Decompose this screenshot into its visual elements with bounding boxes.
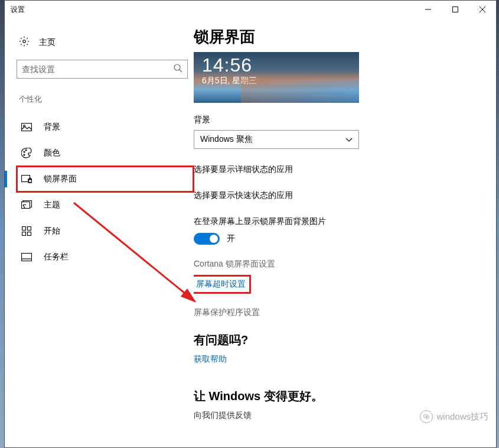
cortana-settings-link[interactable]: Cortana 锁屏界面设置	[194, 259, 496, 270]
lockscreen-icon	[21, 175, 32, 183]
svg-point-11	[24, 154, 25, 155]
preview-time: 14:56	[202, 56, 351, 74]
screensaver-settings-link[interactable]: 屏幕保护程序设置	[194, 307, 496, 318]
maximize-button[interactable]	[442, 1, 469, 18]
watermark: windows技巧	[420, 410, 488, 423]
search-input[interactable]	[22, 64, 173, 74]
palette-icon	[21, 148, 32, 158]
home-button[interactable]: 主页	[17, 30, 194, 60]
sidebar-item-taskbar[interactable]: 任务栏	[17, 244, 194, 270]
sidebar-item-background[interactable]: 背景	[17, 114, 194, 140]
svg-point-10	[25, 150, 27, 151]
window-title: 设置	[11, 5, 25, 15]
watermark-text: windows技巧	[436, 411, 488, 423]
get-help-link[interactable]: 获取帮助	[194, 354, 496, 365]
svg-line-6	[180, 70, 182, 72]
sidebar-item-label: 背景	[44, 122, 60, 132]
page-title: 锁屏界面	[194, 27, 496, 47]
sidebar-item-label: 主题	[44, 200, 60, 210]
svg-rect-17	[28, 227, 31, 231]
svg-rect-7	[22, 124, 32, 131]
sidebar-item-start[interactable]: 开始	[17, 218, 194, 244]
background-label: 背景	[194, 115, 496, 125]
picture-icon	[21, 123, 32, 131]
svg-rect-1	[453, 7, 458, 12]
svg-rect-18	[22, 232, 26, 236]
start-icon	[21, 226, 32, 236]
login-bg-label: 在登录屏幕上显示锁屏界面背景图片	[194, 216, 496, 227]
sidebar-item-themes[interactable]: 主题	[17, 192, 194, 218]
sidebar-item-colors[interactable]: 颜色	[17, 140, 194, 166]
toggle-state-label: 开	[227, 233, 235, 244]
sidebar: 主页 个性化 背景 颜色	[5, 18, 194, 447]
settings-window: 设置 主页	[4, 0, 497, 448]
sidebar-item-label: 开始	[44, 226, 60, 236]
svg-rect-20	[22, 254, 32, 261]
sidebar-item-lockscreen[interactable]: 锁屏界面	[17, 166, 194, 192]
search-box[interactable]	[17, 60, 188, 79]
svg-point-9	[24, 151, 25, 152]
svg-rect-16	[22, 227, 26, 231]
wechat-icon	[420, 410, 433, 423]
sidebar-item-label: 颜色	[44, 148, 60, 158]
detail-apps-label: 选择要显示详细状态的应用	[194, 164, 496, 175]
sidebar-item-label: 任务栏	[44, 252, 69, 262]
taskbar-icon	[21, 253, 32, 261]
svg-rect-19	[28, 232, 31, 236]
better-header: 让 Windows 变得更好。	[194, 388, 496, 404]
screen-timeout-link[interactable]: 屏幕超时设置	[194, 278, 248, 291]
login-bg-toggle[interactable]	[194, 233, 220, 245]
category-header: 个性化	[19, 94, 194, 105]
svg-point-5	[174, 64, 180, 70]
chevron-down-icon	[345, 135, 353, 144]
minimize-button[interactable]	[415, 1, 442, 18]
question-header: 有问题吗?	[194, 332, 496, 348]
svg-point-4	[23, 40, 26, 43]
dropdown-value: Windows 聚焦	[200, 134, 253, 145]
background-dropdown[interactable]: Windows 聚焦	[194, 130, 359, 149]
close-button[interactable]	[469, 1, 496, 18]
themes-icon	[21, 200, 32, 210]
gear-icon	[19, 36, 30, 49]
lockscreen-preview[interactable]: 14:56 6月5日, 星期三	[194, 52, 359, 103]
search-icon	[173, 63, 182, 75]
home-label: 主页	[39, 37, 56, 48]
quick-apps-label: 选择要显示快速状态的应用	[194, 190, 496, 201]
sidebar-item-label: 锁屏界面	[44, 174, 77, 184]
titlebar[interactable]: 设置	[5, 1, 496, 18]
main-panel: 锁屏界面 14:56 6月5日, 星期三 背景 Windows 聚焦 选择要显示…	[194, 18, 496, 447]
